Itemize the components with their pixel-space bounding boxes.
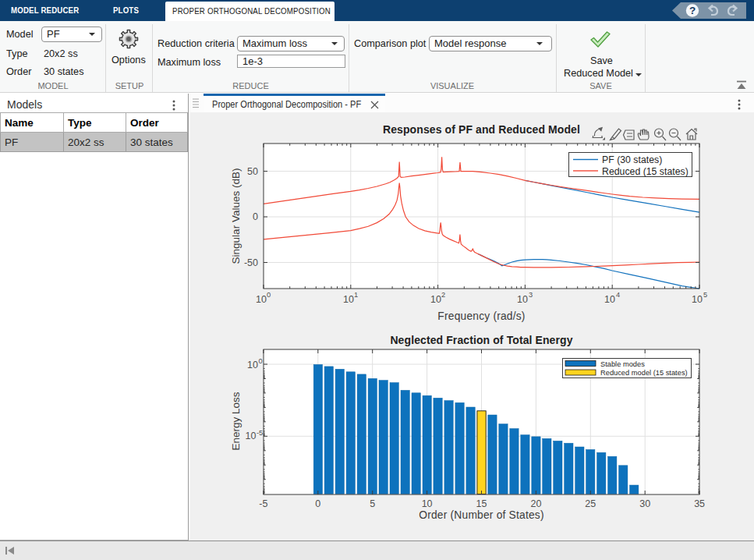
svg-text:10: 10 [422, 498, 433, 509]
svg-text:Neglected Fraction of Total En: Neglected Fraction of Total Energy [390, 334, 572, 346]
svg-text:10: 10 [343, 294, 354, 305]
svg-text:10: 10 [517, 294, 528, 305]
svg-text:Responses of PF and Reduced Mo: Responses of PF and Reduced Model [383, 123, 580, 136]
svg-text:?: ? [689, 5, 696, 16]
svg-text:35: 35 [694, 498, 705, 509]
svg-text:5: 5 [370, 498, 375, 509]
svg-text:10: 10 [256, 294, 267, 305]
svg-text:Frequency (rad/s): Frequency (rad/s) [437, 310, 525, 322]
svg-text:PF (30 states): PF (30 states) [602, 154, 662, 165]
svg-text:2: 2 [441, 291, 445, 299]
svg-text:-5: -5 [259, 498, 267, 509]
svg-text:Singular Values (dB): Singular Values (dB) [230, 168, 242, 264]
svg-text:50: 50 [247, 166, 258, 177]
svg-text:10: 10 [692, 294, 703, 305]
svg-text:0: 0 [259, 357, 263, 365]
svg-text:-50: -50 [244, 257, 258, 268]
svg-text:4: 4 [616, 291, 620, 299]
svg-text:10: 10 [430, 294, 441, 305]
svg-text:Reduced model (15 states): Reduced model (15 states) [600, 369, 688, 377]
svg-text:Reduced (15 states): Reduced (15 states) [602, 166, 689, 177]
svg-text:0: 0 [267, 291, 271, 299]
svg-text:10: 10 [604, 294, 615, 305]
svg-text:15: 15 [476, 498, 487, 509]
svg-text:1: 1 [354, 291, 358, 299]
svg-text:Order (Number of States): Order (Number of States) [419, 509, 543, 521]
svg-text:0: 0 [253, 211, 258, 222]
svg-text:Stable modes: Stable modes [600, 360, 645, 368]
svg-text:30: 30 [639, 498, 650, 509]
svg-text:-5: -5 [257, 429, 263, 437]
svg-text:10: 10 [247, 360, 258, 370]
svg-text:10: 10 [246, 431, 257, 441]
svg-text:Energy Loss: Energy Loss [230, 392, 242, 450]
svg-text:5: 5 [703, 291, 707, 299]
svg-text:0: 0 [315, 498, 320, 509]
svg-text:20: 20 [530, 498, 541, 509]
svg-text:25: 25 [585, 498, 596, 509]
svg-text:3: 3 [529, 291, 533, 299]
